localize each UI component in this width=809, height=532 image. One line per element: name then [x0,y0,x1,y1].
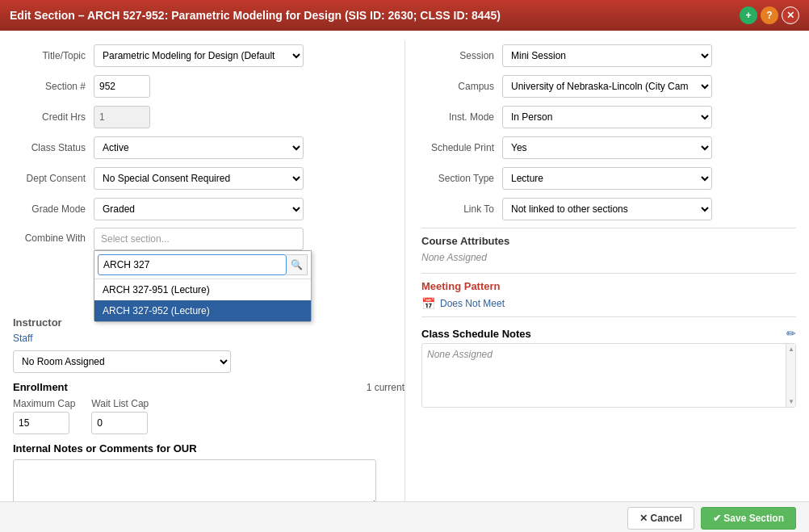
schedule-print-select[interactable]: Yes [502,136,712,159]
dept-consent-label: Dept Consent [13,173,94,184]
dept-consent-select[interactable]: No Special Consent Required [94,167,304,190]
link-to-select[interactable]: Not linked to other sections [502,198,712,220]
credit-hrs-row: Credit Hrs [13,105,404,129]
max-cap-field: Maximum Cap [13,398,75,434]
inst-mode-label: Inst. Mode [421,111,502,123]
scroll-up-arrow[interactable]: ▲ [786,344,795,354]
enrollment-section: Enrollment 1 current Maximum Cap Wait Li… [13,381,404,434]
class-notes-title: Class Schedule Notes [421,328,531,340]
divider-2 [421,273,796,274]
does-not-meet-row[interactable]: 📅 Does Not Meet [421,297,796,310]
dialog-title: Edit Section – ARCH 527-952: Parametric … [10,9,501,22]
wait-list-cap-label: Wait List Cap [91,398,149,409]
divider-1 [421,228,796,228]
course-attributes-none: None Assigned [421,252,796,263]
title-topic-label: Title/Topic [13,50,94,61]
max-cap-input[interactable] [13,412,69,434]
wait-list-cap-field: Wait List Cap [91,398,149,434]
enrollment-title: Enrollment [13,381,68,393]
combine-with-row: Combine With Select section... 🔍 ARCH 32… [13,228,404,252]
credit-hrs-label: Credit Hrs [13,111,94,123]
link-to-row: Link To Not linked to other sections [421,197,796,221]
dropdown-item-952[interactable]: ARCH 327-952 (Lecture) [94,300,311,321]
main-content: Title/Topic Parametric Modeling for Desi… [0,31,809,501]
campus-select[interactable]: University of Nebraska-Lincoln (City Cam [502,75,712,98]
search-button[interactable]: 🔍 [287,254,308,275]
session-control: Mini Session [502,44,712,67]
divider-3 [421,316,796,317]
combine-with-search-input[interactable] [98,254,287,275]
title-bar-icons: + ? ✕ [740,6,799,24]
help-icon[interactable]: ? [761,6,778,24]
class-schedule-notes-section: Class Schedule Notes ✏ None Assigned ▲ ▼ [421,327,796,408]
combine-with-placeholder[interactable]: Select section... [94,228,304,250]
edit-icon[interactable]: ✏ [786,327,796,340]
schedule-print-row: Schedule Print Yes [421,136,796,160]
class-notes-none: None Assigned [427,349,493,360]
link-to-label: Link To [421,203,502,215]
section-num-input[interactable] [94,75,150,98]
combine-with-control: Select section... 🔍 ARCH 327-951 (Lectur… [94,228,304,250]
room-select[interactable]: No Room Assigned [13,350,231,373]
footer: ✕ Cancel ✔ Save Section [0,501,809,532]
grade-mode-label: Grade Mode [13,203,94,215]
right-column: Session Mini Session Campus University o… [404,40,796,501]
meeting-pattern-section: Meeting Pattern 📅 Does Not Meet [421,280,796,310]
combine-with-dropdown: 🔍 ARCH 327-951 (Lecture) ARCH 327-952 (L… [94,250,312,322]
course-attributes-title: Course Attributes [421,235,796,247]
class-status-select[interactable]: Active [94,136,304,159]
scroll-down-arrow[interactable]: ▼ [786,396,795,407]
title-topic-select[interactable]: Parametric Modeling for Design (Default [94,44,304,67]
class-notes-header: Class Schedule Notes ✏ [421,327,796,340]
internal-notes-section: Internal Notes or Comments for OUR [13,442,404,501]
section-num-row: Section # [13,74,404,98]
section-type-row: Section Type Lecture [421,166,796,191]
grade-mode-row: Grade Mode Graded [13,197,404,221]
link-to-control: Not linked to other sections [502,198,712,220]
meeting-pattern-title: Meeting Pattern [421,280,796,292]
close-icon[interactable]: ✕ [782,6,799,24]
enrollment-header: Enrollment 1 current [13,381,404,393]
internal-notes-textarea[interactable] [13,459,376,501]
class-status-control: Active [94,136,304,159]
wait-list-cap-input[interactable] [91,412,148,434]
inst-mode-row: Inst. Mode In Person [421,105,796,129]
session-row: Session Mini Session [421,44,796,68]
section-type-select[interactable]: Lecture [502,167,712,190]
schedule-print-control: Yes [502,136,712,159]
session-label: Session [421,50,502,61]
grade-mode-select[interactable]: Graded [94,198,304,220]
does-not-meet-label: Does Not Meet [440,298,505,309]
credit-hrs-control [94,106,304,128]
internal-notes-title: Internal Notes or Comments for OUR [13,442,404,455]
left-column: Title/Topic Parametric Modeling for Desi… [13,40,404,501]
combine-with-label: Combine With [13,228,94,244]
section-type-label: Section Type [421,173,502,184]
cancel-button[interactable]: ✕ Cancel [627,507,694,530]
class-status-label: Class Status [13,142,94,153]
session-select[interactable]: Mini Session [502,44,712,67]
section-num-label: Section # [13,81,94,92]
cap-row: Maximum Cap Wait List Cap [13,398,404,434]
dropdown-item-951[interactable]: ARCH 327-951 (Lecture) [94,279,311,300]
instructor-label: Instructor [13,316,94,329]
dept-consent-row: Dept Consent No Special Consent Required [13,166,404,191]
credit-hrs-input [94,106,150,128]
inst-mode-select[interactable]: In Person [502,106,712,128]
notes-scrollbar[interactable]: ▲ ▼ [786,344,795,407]
plus-icon[interactable]: + [740,6,757,24]
campus-row: Campus University of Nebraska-Lincoln (C… [421,74,796,98]
title-topic-row: Title/Topic Parametric Modeling for Desi… [13,44,404,68]
max-cap-label: Maximum Cap [13,398,75,409]
enrollment-current: 1 current [367,382,404,393]
save-section-button[interactable]: ✔ Save Section [701,507,796,530]
campus-control: University of Nebraska-Lincoln (City Cam [502,75,712,98]
title-topic-control: Parametric Modeling for Design (Default [94,44,304,67]
section-type-control: Lecture [502,167,712,190]
section-num-control [94,75,304,98]
dropdown-search-row: 🔍 [94,251,311,279]
staff-link[interactable]: Staff [13,333,32,344]
room-row: No Room Assigned [13,350,404,373]
class-notes-box: None Assigned ▲ ▼ [421,343,796,408]
form-grid: Title/Topic Parametric Modeling for Desi… [13,40,796,501]
